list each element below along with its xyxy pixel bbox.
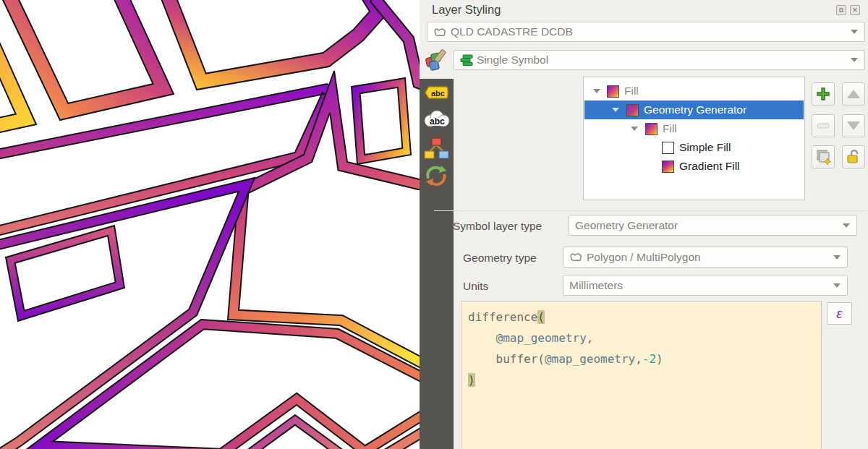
panel-title: Layer Styling <box>432 3 501 17</box>
move-up-button[interactable] <box>842 82 865 106</box>
expression-line: @map_geometry, <box>468 328 814 348</box>
history-icon[interactable] <box>423 164 449 190</box>
chevron-down-icon <box>833 283 841 288</box>
units-value: Millimeters <box>569 279 623 292</box>
chevron-down-icon <box>851 58 858 62</box>
symbol-mode-value: Single Symbol <box>477 54 548 67</box>
expression-line: buffer(@map_geometry,-2) <box>468 348 814 369</box>
polygon-layer-icon <box>433 27 447 38</box>
single-symbol-icon <box>460 54 473 67</box>
tree-row-inner-fill[interactable]: Fill <box>584 119 804 138</box>
geometry-generator-swatch <box>626 104 639 116</box>
geometry-expression-editor[interactable]: difference( @map_geometry, buffer(@map_g… <box>461 301 822 449</box>
expression-line: difference( <box>468 307 814 328</box>
chevron-down-icon <box>851 30 858 34</box>
styling-tab-strip: abc abc <box>420 79 454 449</box>
mask-labels-icon[interactable]: abc <box>423 109 450 134</box>
remove-symbol-layer-button[interactable] <box>812 114 835 137</box>
symbol-layer-type-value: Geometry Generator <box>575 219 678 232</box>
gradient-fill-swatch <box>662 161 674 173</box>
units-dropdown[interactable]: Millimeters <box>563 275 848 296</box>
layer-select-value: QLD CADASTRE DCDB <box>451 25 573 38</box>
expander-icon[interactable] <box>612 108 619 112</box>
tree-row-gradient-fill[interactable]: Gradient Fill <box>584 157 804 176</box>
layer-select-dropdown[interactable]: QLD CADASTRE DCDB <box>427 22 865 42</box>
expander-icon[interactable] <box>593 89 600 93</box>
style-brush-icon <box>422 46 451 80</box>
close-icon[interactable]: ✕ <box>850 5 860 15</box>
symbol-mode-dropdown[interactable]: Single Symbol <box>454 50 865 70</box>
chevron-down-icon <box>833 255 841 260</box>
parcel-interior <box>360 87 403 155</box>
geometry-type-dropdown[interactable]: Polygon / MultiPolygon <box>563 247 848 268</box>
expression-line: ) <box>468 369 814 390</box>
svg-text:abc: abc <box>430 116 445 127</box>
lock-colors-button[interactable] <box>842 145 865 168</box>
map-canvas[interactable] <box>0 0 420 449</box>
symbol-tree: Fill Geometry Generator Fill Simple Fill… <box>583 77 805 200</box>
expression-builder-button[interactable]: ε <box>827 302 852 325</box>
cadastre-map <box>0 0 420 449</box>
duplicate-symbol-layer-button[interactable] <box>812 145 835 168</box>
section-divider <box>434 210 866 211</box>
diagrams-icon[interactable] <box>423 137 450 163</box>
symbol-layer-type-dropdown[interactable]: Geometry Generator <box>569 215 857 236</box>
undock-icon[interactable]: ⧉ <box>836 5 846 15</box>
labels-icon[interactable]: abc <box>423 84 450 106</box>
tree-row-simple-fill[interactable]: Simple Fill <box>584 138 804 157</box>
fill-swatch <box>645 123 658 135</box>
geometry-type-value: Polygon / MultiPolygon <box>587 251 701 264</box>
units-label: Units <box>463 280 488 293</box>
expander-icon[interactable] <box>631 127 638 131</box>
symbol-layer-type-label: Symbol layer type <box>453 220 542 233</box>
move-down-button[interactable] <box>842 114 865 137</box>
add-symbol-layer-button[interactable] <box>812 82 835 106</box>
simple-fill-swatch <box>662 142 674 154</box>
tree-row-geometry-generator[interactable]: Geometry Generator <box>584 101 804 119</box>
chevron-down-icon <box>843 223 850 228</box>
qgis-window: Layer Styling ⧉ ✕ QLD CADASTRE DCDB <box>0 0 868 449</box>
tree-row-fill[interactable]: Fill <box>584 82 804 101</box>
svg-text:abc: abc <box>431 89 445 98</box>
geometry-type-label: Geometry type <box>463 252 537 265</box>
fill-swatch <box>607 85 619 98</box>
polygon-geometry-icon <box>569 252 583 262</box>
layer-styling-panel: Layer Styling ⧉ ✕ QLD CADASTRE DCDB <box>420 0 868 449</box>
